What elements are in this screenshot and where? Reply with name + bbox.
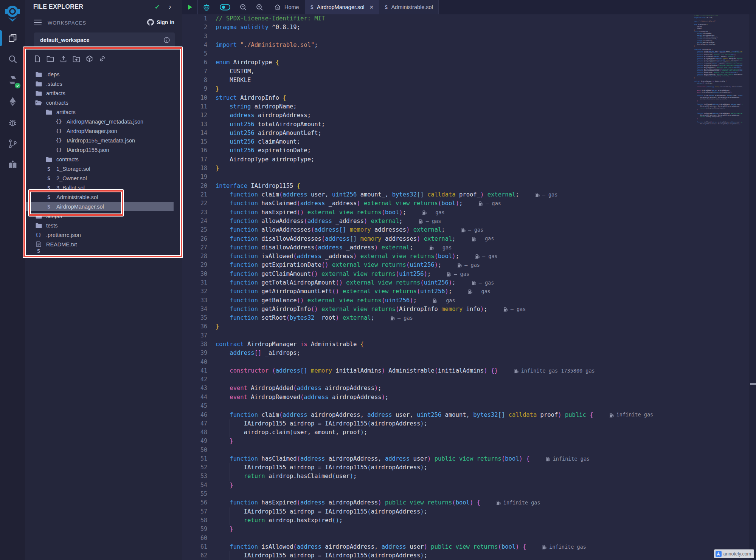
tree-item-contracts[interactable]: contracts <box>25 98 174 107</box>
code-line-12[interactable]: 12 address airdropAddress; <box>182 111 750 120</box>
tree-item-AirdropManager.sol[interactable]: SAirdropManager.sol <box>25 202 174 211</box>
code-line-37[interactable]: 37 <box>182 331 750 340</box>
tree-item-artifacts[interactable]: artifacts <box>25 107 174 117</box>
code-line-55[interactable]: 55 <box>182 490 750 498</box>
code-line-30[interactable]: 30 function getClaimAmount() external vi… <box>182 270 750 278</box>
code-line-61[interactable]: 61 function isAllowed(address airdropAdd… <box>182 543 750 551</box>
code-line-56[interactable]: 56 function hasExpired(address airdropAd… <box>182 498 750 507</box>
code-line-3[interactable]: 3 <box>182 32 750 41</box>
code-line-32[interactable]: 32 function getAirdropAmountLeft() exter… <box>182 287 750 296</box>
code-line-34[interactable]: 34 function getAirdropInfo() external vi… <box>182 305 750 314</box>
code-line-60[interactable]: 60 <box>182 534 750 543</box>
code-line-25[interactable]: 25 function allowAddresses(address[] mem… <box>182 226 750 234</box>
code-line-17[interactable]: 17 AirdropType airdropType; <box>182 155 750 164</box>
code-line-14[interactable]: 14 uint256 airdropAmountLeft; <box>182 129 750 138</box>
code-line-49[interactable]: 49 } <box>182 437 750 446</box>
code-line-10[interactable]: 10struct AirdropInfo { <box>182 94 750 102</box>
code-line-27[interactable]: 27 function disallowAddress(address _add… <box>182 243 750 252</box>
code-editor[interactable]: 1// SPDX-License-Identifier: MIT2pragma … <box>182 14 750 560</box>
import-url-icon[interactable] <box>99 55 106 64</box>
home-tab[interactable]: Home <box>268 0 305 14</box>
file-explorer-icon[interactable] <box>0 27 25 48</box>
code-line-11[interactable]: 11 string airdropName; <box>182 102 750 111</box>
workspaces-menu-icon[interactable] <box>34 20 42 27</box>
run-script-button[interactable] <box>182 0 197 14</box>
code-line-36[interactable]: 36} <box>182 322 750 331</box>
tree-item-README.txt[interactable]: README.txt <box>25 240 174 249</box>
scrollbar-track[interactable] <box>750 14 756 560</box>
sign-in-button[interactable]: Sign in <box>147 19 174 26</box>
code-line-53[interactable]: 53 return airdrop.hasClaimed(user); <box>182 472 750 481</box>
code-line-26[interactable]: 26 function disallowAddresses(address[] … <box>182 234 750 243</box>
code-line-58[interactable]: 58 return airdrop.hasExpired(); <box>182 516 750 525</box>
tree-item-2_Owner.sol[interactable]: S2_Owner.sol <box>25 173 174 183</box>
code-line-46[interactable]: 46 function claim(address airdropAddress… <box>182 410 750 419</box>
tree-item-artifacts[interactable]: artifacts <box>25 88 174 98</box>
code-line-62[interactable]: 62 IAirdrop1155 airdrop = IAirdrop1155(a… <box>182 551 750 560</box>
code-line-2[interactable]: 2pragma solidity ^0.8.19; <box>182 23 750 32</box>
code-line-38[interactable]: 38contract AirdropManager is Administrab… <box>182 340 750 349</box>
new-file-icon[interactable] <box>34 55 41 64</box>
new-folder-icon[interactable] <box>47 56 54 63</box>
chevron-right-icon[interactable]: › <box>169 2 171 11</box>
learneth-icon[interactable] <box>0 154 25 175</box>
code-line-41[interactable]: 41 constructor (address[] memory initial… <box>182 367 750 375</box>
code-line-7[interactable]: 7 CUSTOM, <box>182 67 750 76</box>
code-line-35[interactable]: 35 function setRoot(bytes32 _root) exter… <box>182 314 750 322</box>
tab-Administrable.sol[interactable]: SAdministrable.sol <box>379 0 439 14</box>
zoom-in-icon[interactable] <box>251 0 268 14</box>
code-line-6[interactable]: 6enum AirdropType { <box>182 58 750 67</box>
code-line-47[interactable]: 47 IAirdrop1155 airdrop = IAirdrop1155(a… <box>182 419 750 428</box>
ai-toggle[interactable] <box>215 0 235 14</box>
debugger-icon[interactable] <box>0 112 25 133</box>
code-line-29[interactable]: 29 function getExpirationDate() external… <box>182 261 750 269</box>
code-line-21[interactable]: 21 function claim(address user, uint256 … <box>182 190 750 199</box>
tree-item-partial[interactable]: S <box>25 249 174 253</box>
code-line-40[interactable]: 40 <box>182 358 750 367</box>
code-line-51[interactable]: 51 function hasClaimed(address airdropAd… <box>182 455 750 463</box>
solidity-compiler-icon[interactable] <box>0 70 25 91</box>
code-line-31[interactable]: 31 function getTotalAirdropAmount() exte… <box>182 278 750 287</box>
search-icon[interactable] <box>0 48 25 70</box>
upload-folder-icon[interactable] <box>73 56 80 64</box>
minimap[interactable]: // SPDX-License-Identifier: MITpragma so… <box>694 15 742 163</box>
code-line-4[interactable]: 4import "./Administrable.sol"; <box>182 41 750 50</box>
workspace-select[interactable]: default_workspace <box>34 32 175 48</box>
code-line-8[interactable]: 8 MERKLE <box>182 76 750 85</box>
code-line-57[interactable]: 57 IAirdrop1155 airdrop = IAirdrop1155(a… <box>182 507 750 516</box>
code-line-20[interactable]: 20interface IAirdrop1155 { <box>182 182 750 190</box>
remix-ai-icon[interactable] <box>198 0 215 14</box>
close-tab-icon[interactable]: ✕ <box>369 4 374 10</box>
code-line-48[interactable]: 48 airdrop.claim(user, amount, proof); <box>182 428 750 437</box>
code-line-59[interactable]: 59 } <box>182 525 750 534</box>
code-line-52[interactable]: 52 IAirdrop1155 airdrop = IAirdrop1155(a… <box>182 463 750 472</box>
code-line-44[interactable]: 44 event AirdropRemoved(address airdropA… <box>182 393 750 402</box>
code-line-33[interactable]: 33 function getBalance() external view r… <box>182 296 750 305</box>
code-line-1[interactable]: 1// SPDX-License-Identifier: MIT <box>182 14 750 23</box>
code-line-43[interactable]: 43 event AirdropAdded(address airdropAdd… <box>182 384 750 393</box>
code-line-9[interactable]: 9} <box>182 85 750 93</box>
code-line-5[interactable]: 5 <box>182 50 750 58</box>
code-line-24[interactable]: 24 function allowAddress(address _addres… <box>182 217 750 226</box>
tree-item-AirdropManager_metadata.json[interactable]: {}AirdropManager_metadata.json <box>25 117 174 126</box>
workspace-options-icon[interactable] <box>163 37 170 43</box>
tree-item-Administrable.sol[interactable]: SAdministrable.sol <box>25 192 174 202</box>
tree-item-.states[interactable]: .states <box>25 79 174 88</box>
upload-file-icon[interactable] <box>60 55 67 64</box>
scrollbar-marker[interactable] <box>750 383 756 385</box>
code-line-28[interactable]: 28 function isAllowed(address _address) … <box>182 252 750 261</box>
tree-item-.prettierrc.json[interactable]: {}.prettierrc.json <box>25 230 174 240</box>
code-line-45[interactable]: 45 <box>182 402 750 410</box>
code-line-15[interactable]: 15 uint256 claimAmount; <box>182 138 750 146</box>
code-line-22[interactable]: 22 function hasClaimed(address _address)… <box>182 199 750 208</box>
code-line-19[interactable]: 19 <box>182 173 750 181</box>
code-line-13[interactable]: 13 uint256 totalAirdropAmount; <box>182 120 750 129</box>
tree-item-3_Ballot.sol[interactable]: S3_Ballot.sol <box>25 183 174 192</box>
zoom-out-icon[interactable] <box>235 0 251 14</box>
code-line-54[interactable]: 54 } <box>182 481 750 490</box>
tree-item-AirdropManager.json[interactable]: {}AirdropManager.json <box>25 126 174 136</box>
tab-AirdropManager.sol[interactable]: SAirdropManager.sol✕ <box>305 0 380 14</box>
tree-item-1_Storage.sol[interactable]: S1_Storage.sol <box>25 164 174 173</box>
tree-item-.deps[interactable]: .deps <box>25 70 174 79</box>
code-line-16[interactable]: 16 uint256 expirationDate; <box>182 146 750 155</box>
